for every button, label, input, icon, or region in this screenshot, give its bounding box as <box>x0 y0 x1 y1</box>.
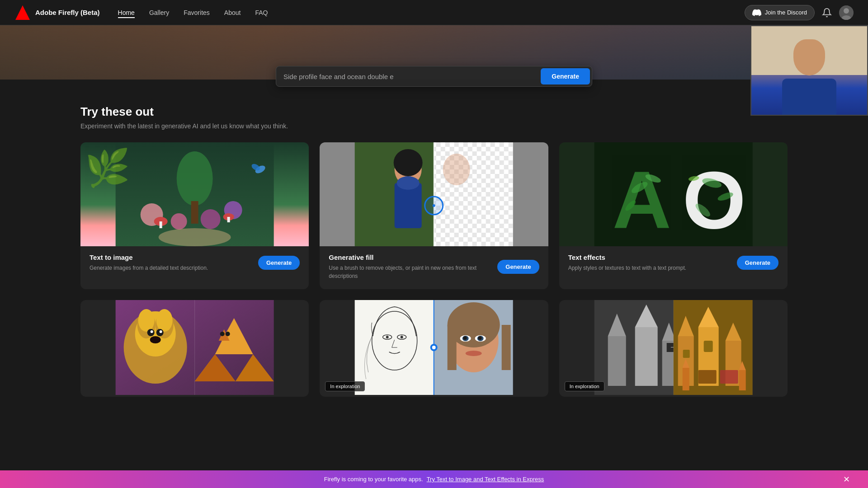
sketch-art <box>320 300 548 395</box>
bottom-cards-grid: In exploration → <box>80 300 788 397</box>
card-title-text-effects: Text effects <box>568 253 731 261</box>
fantasy-art <box>80 142 309 246</box>
webcam-person <box>751 26 867 115</box>
svg-text:O: O <box>682 155 745 245</box>
svg-point-3 <box>844 8 849 14</box>
svg-point-33 <box>433 204 435 207</box>
svg-rect-110 <box>698 370 716 384</box>
in-exploration-badge-3d: In exploration <box>565 381 604 391</box>
svg-point-78 <box>463 336 467 340</box>
svg-point-6 <box>177 151 213 206</box>
card-image-generative-fill <box>320 142 548 246</box>
svg-point-50 <box>156 309 173 332</box>
svg-point-11 <box>201 209 221 229</box>
svg-rect-104 <box>683 350 689 358</box>
nav-link-faq[interactable]: FAQ <box>255 7 268 18</box>
svg-rect-105 <box>682 368 689 390</box>
card-text-text-to-image: Text to image Generate images from a det… <box>90 253 253 272</box>
svg-rect-16 <box>227 217 230 222</box>
notification-bell-icon[interactable] <box>822 8 832 18</box>
card-title-text-to-image: Text to image <box>90 253 253 261</box>
svg-rect-25 <box>434 142 513 246</box>
brand-name: Adobe Firefly (Beta) <box>35 9 100 16</box>
3d-castle-art: → <box>559 300 788 395</box>
banner-text: Firefly is coming to your favorite apps. <box>324 476 423 483</box>
card-generative-fill[interactable]: Generative fill Use a brush to remove ob… <box>320 142 548 289</box>
svg-point-29 <box>397 176 420 190</box>
svg-point-82 <box>466 351 482 356</box>
search-container: Generate <box>0 66 868 87</box>
svg-rect-14 <box>160 221 162 228</box>
card-image-text-to-image <box>80 142 309 246</box>
section-title: Try these out <box>80 105 788 119</box>
card-desc-text-to-image: Generate images from a detailed text des… <box>90 264 253 272</box>
svg-point-53 <box>151 330 153 333</box>
svg-point-81 <box>478 336 482 340</box>
card-generative-match[interactable] <box>80 300 309 397</box>
card-body-generative-fill: Generative fill Use a brush to remove ob… <box>320 246 548 289</box>
svg-point-85 <box>432 346 436 349</box>
top-cards-grid: Text to image Generate images from a det… <box>80 142 788 289</box>
text-fx-art: A O <box>559 142 788 246</box>
nav-links: Home Gallery Favorites About FAQ <box>118 7 745 18</box>
nav-link-gallery[interactable]: Gallery <box>149 7 169 18</box>
user-avatar[interactable] <box>839 5 854 20</box>
card-body-text-to-image: Text to image Generate images from a det… <box>80 246 309 281</box>
in-exploration-badge-sketch: In exploration <box>325 381 365 391</box>
svg-rect-103 <box>703 341 712 352</box>
card-text-generative-fill: Generative fill Use a brush to remove ob… <box>329 253 492 280</box>
svg-rect-90 <box>635 327 657 386</box>
svg-point-55 <box>150 336 161 343</box>
svg-rect-88 <box>608 336 626 386</box>
svg-point-70 <box>386 336 389 338</box>
card-desc-text-effects: Apply styles or textures to text with a … <box>568 264 731 272</box>
svg-rect-75 <box>502 325 511 370</box>
bottom-banner: Firefly is coming to your favorite apps.… <box>0 470 868 488</box>
card-desc-generative-fill: Use a brush to remove objects, or paint … <box>329 264 492 280</box>
card-3d-to-image[interactable]: → <box>559 300 788 397</box>
section-subtitle: Experiment with the latest in generative… <box>80 122 788 130</box>
nav-right: Join the Discord <box>745 5 854 20</box>
svg-point-12 <box>159 228 231 246</box>
navbar: Adobe Firefly (Beta) Home Gallery Favori… <box>0 0 868 25</box>
gen-fill-art <box>320 142 548 246</box>
banner-link[interactable]: Try Text to Image and Text Effects in Ex… <box>427 476 544 483</box>
svg-point-49 <box>138 309 155 332</box>
svg-rect-74 <box>448 325 457 370</box>
svg-point-10 <box>171 213 187 230</box>
card-body-text-effects: Text effects Apply styles or textures to… <box>559 246 788 281</box>
card-text-to-image[interactable]: Text to image Generate images from a det… <box>80 142 309 289</box>
svg-rect-19 <box>355 142 434 246</box>
card-image-text-effects: A O <box>559 142 788 246</box>
main-content: Try these out Experiment with the latest… <box>0 87 868 415</box>
hero-generate-button[interactable]: Generate <box>541 68 590 84</box>
discord-button[interactable]: Join the Discord <box>745 5 815 20</box>
nav-link-favorites[interactable]: Favorites <box>184 7 210 18</box>
banner-close-button[interactable]: ✕ <box>843 474 850 484</box>
adobe-logo-icon <box>14 5 31 21</box>
dog-art <box>80 300 309 395</box>
svg-text:A: A <box>612 155 671 245</box>
svg-rect-7 <box>191 201 198 224</box>
svg-point-62 <box>220 332 225 336</box>
brand-logo[interactable]: Adobe Firefly (Beta) <box>14 5 100 21</box>
card-title-generative-fill: Generative fill <box>329 253 492 261</box>
nav-link-home[interactable]: Home <box>118 7 135 18</box>
svg-point-30 <box>394 149 423 176</box>
svg-point-54 <box>160 330 162 333</box>
svg-rect-87 <box>594 300 673 395</box>
discord-label: Join the Discord <box>765 9 807 16</box>
svg-point-71 <box>401 336 403 338</box>
generate-button-text-to-image[interactable]: Generate <box>258 256 300 270</box>
svg-rect-107 <box>739 370 745 390</box>
webcam-overlay <box>750 25 868 116</box>
nav-link-about[interactable]: About <box>224 7 241 18</box>
card-text-effects[interactable]: A O Text effects <box>559 142 788 289</box>
search-input[interactable] <box>283 73 541 80</box>
card-sketch-to-image[interactable]: In exploration <box>320 300 548 397</box>
search-bar: Generate <box>276 66 592 87</box>
generate-button-text-effects[interactable]: Generate <box>737 256 778 270</box>
generate-button-generative-fill[interactable]: Generate <box>497 260 539 274</box>
discord-icon <box>752 8 761 17</box>
svg-point-31 <box>443 154 470 185</box>
